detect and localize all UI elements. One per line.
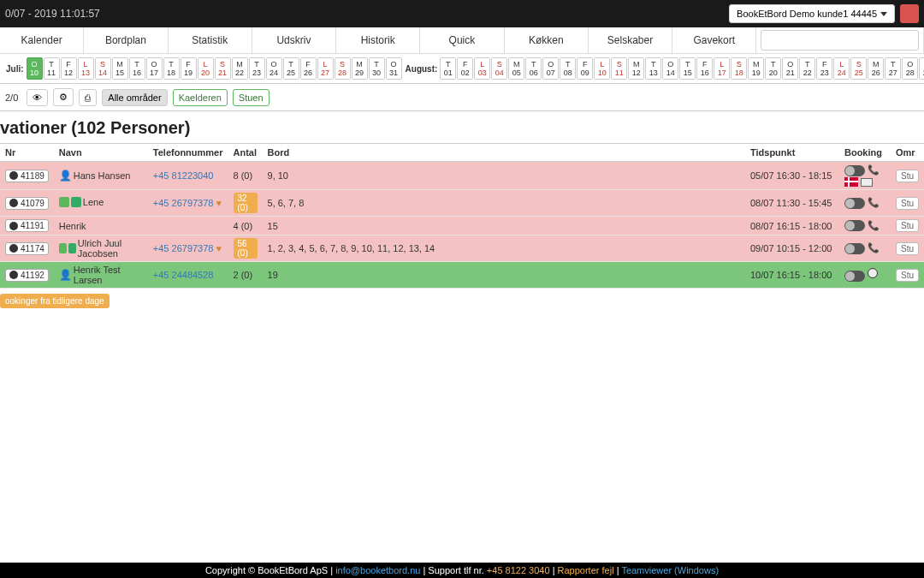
status-toggle[interactable] [844,243,865,254]
nav-historik[interactable]: Historik [336,27,420,53]
day-cell[interactable]: T11 [44,57,60,80]
phone-icon: 📞 [868,242,880,253]
nav-gavekort[interactable]: Gavekort [672,27,756,53]
day-cell[interactable]: S25 [850,57,867,80]
reservation-id-pill[interactable]: 41079 [5,197,49,210]
day-cell[interactable]: M05 [508,57,524,80]
day-cell[interactable]: L13 [78,57,94,80]
nav-statistik[interactable]: Statistik [169,27,252,53]
area-button[interactable]: Stu [896,242,919,255]
day-number: 18 [735,69,743,77]
nav-bordplan[interactable]: Bordplan [84,27,168,53]
view-button[interactable]: 👁 [27,89,48,106]
status-toggle[interactable] [844,271,865,282]
day-cell[interactable]: L24 [833,57,850,80]
reservation-id-pill[interactable]: 41191 [5,219,49,232]
day-cell[interactable]: T13 [645,57,661,80]
day-cell[interactable]: L03 [474,57,490,80]
day-number: 19 [184,69,192,77]
day-cell[interactable]: M29 [352,57,368,80]
day-cell[interactable]: T15 [679,57,696,80]
area-all-button[interactable]: Alle områder [102,89,167,106]
day-cell[interactable]: M19 [748,57,764,80]
table-row[interactable]: 41192👤 Henrik Test Larsen+45 244845282 (… [0,262,924,289]
day-cell[interactable]: L20 [198,57,214,80]
day-cell[interactable]: L17 [714,57,730,80]
day-cell[interactable]: M15 [112,57,128,80]
nav-udskriv[interactable]: Udskriv [252,27,336,53]
settings-button[interactable]: ⚙ [53,88,74,106]
day-cell[interactable]: F02 [457,57,473,80]
nav-selskaber[interactable]: Selskaber [589,27,672,53]
area-kaelderen-button[interactable]: Kaelderen [173,89,228,106]
phone-link[interactable]: +45 81223040 [153,170,214,181]
day-cell[interactable]: T30 [369,57,385,80]
day-cell[interactable]: M12 [628,57,644,80]
search-input[interactable] [761,30,919,51]
table-row[interactable]: 41079 Lene+45 26797378 ♥32 (0)5, 6, 7, 8… [0,190,924,217]
day-cell[interactable]: T27 [885,57,901,80]
day-cell[interactable]: O10 [27,57,43,80]
day-cell[interactable]: T06 [525,57,542,80]
day-cell[interactable]: L10 [594,57,610,80]
day-cell[interactable]: T20 [765,57,781,80]
day-cell[interactable]: T25 [283,57,299,80]
day-weekday: T [288,60,293,69]
print-button[interactable]: ⎙ [79,89,97,106]
day-cell[interactable]: S21 [215,57,231,80]
day-cell[interactable]: O17 [146,57,163,80]
area-stuen-button[interactable]: Stuen [233,89,270,106]
area-button[interactable]: Stu [896,197,919,210]
area-button[interactable]: Stu [896,219,919,232]
phone-link[interactable]: +45 24484528 [153,270,214,280]
status-toggle[interactable] [844,220,865,231]
table-row[interactable]: 41191Henrik4 (0)1508/07 16:15 - 18:00 📞S… [0,217,924,235]
reservation-id: 41192 [21,271,44,280]
day-cell[interactable]: F09 [577,57,593,80]
day-cell[interactable]: S14 [95,57,111,80]
day-cell[interactable]: L27 [317,57,334,80]
day-cell[interactable]: O31 [386,57,402,80]
day-cell[interactable]: S28 [335,57,351,80]
table-row[interactable]: 41189👤 Hans Hansen+45 812230408 (0)9, 10… [0,162,924,190]
day-cell[interactable]: S04 [491,57,507,80]
phone-link[interactable]: +45 26797378 [153,243,214,253]
day-cell[interactable]: O28 [902,57,918,80]
status-toggle[interactable] [844,198,865,209]
day-cell[interactable]: T08 [560,57,576,80]
reservation-id-pill[interactable]: 41189 [5,170,49,182]
day-cell[interactable]: T23 [249,57,265,80]
nav-kokken[interactable]: Køkken [505,27,589,53]
phone-link[interactable]: +45 26797378 [153,198,214,208]
reservation-id-pill[interactable]: 41174 [5,242,49,255]
nav-kalender[interactable]: Kalender [0,27,84,53]
nav-quick[interactable]: Quick [420,27,504,53]
day-cell[interactable]: T16 [129,57,145,80]
day-cell[interactable]: O24 [266,57,282,80]
day-cell[interactable]: M22 [232,57,248,80]
day-cell[interactable]: T18 [163,57,180,80]
day-cell[interactable]: F23 [816,57,832,80]
area-button[interactable]: Stu [896,170,919,182]
day-cell[interactable]: O07 [542,57,559,80]
day-cell[interactable]: F12 [61,57,77,80]
status-toggle[interactable] [844,165,865,176]
day-cell[interactable]: O14 [662,57,678,80]
day-cell[interactable]: F26 [300,57,317,80]
day-cell[interactable]: T22 [799,57,815,80]
day-cell[interactable]: T01 [440,57,456,80]
customer-dropdown[interactable]: BookEtBord Demo kunde1 44445 [729,4,895,23]
day-cell[interactable]: M26 [868,57,884,80]
area-button[interactable]: Stu [896,269,919,282]
day-cell[interactable]: S18 [731,57,747,80]
day-cell[interactable]: F16 [696,57,713,80]
phone-icon: 📞 [868,220,880,231]
day-cell[interactable]: O21 [782,57,798,80]
table-row[interactable]: 41174 Ulrich Juul Jacobsen+45 26797378 ♥… [0,235,924,262]
day-cell[interactable]: T29 [919,57,924,80]
day-cell[interactable]: S11 [611,57,627,80]
reservation-id-pill[interactable]: 41192 [5,269,49,282]
day-cell[interactable]: F19 [181,57,197,80]
alert-button[interactable] [900,4,919,23]
earlier-bookings-button[interactable]: ookinger fra tidligere dage [0,294,110,308]
